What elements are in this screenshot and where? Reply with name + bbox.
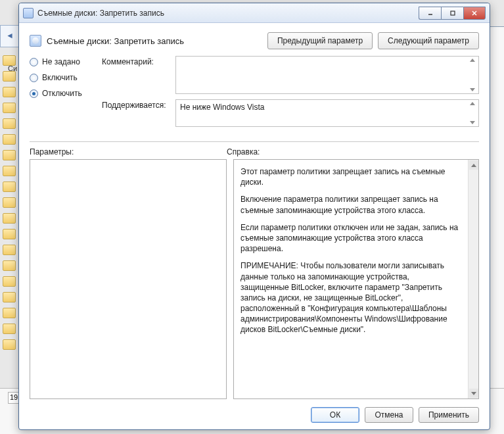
radio-label: Включить: [42, 73, 78, 82]
policy-dialog: Съемные диски: Запретить запись Съемные …: [18, 3, 490, 430]
title-icon: [23, 8, 34, 18]
cancel-button[interactable]: Отмена: [365, 407, 413, 423]
help-text: Этот параметр политики запрещает запись …: [234, 160, 468, 398]
scroll-up-icon[interactable]: [469, 160, 478, 170]
supported-value: Не ниже Windows Vista: [176, 100, 478, 114]
radio-disabled[interactable]: Отключить: [30, 89, 102, 98]
previous-setting-button[interactable]: Предыдущий параметр: [267, 32, 373, 49]
apply-button[interactable]: Применить: [419, 407, 479, 423]
help-paragraph: Включение параметра политики запрещает з…: [241, 194, 459, 215]
policy-title: Съемные диски: Запретить запись: [47, 36, 262, 46]
help-paragraph: Если параметр политики отключен или не з…: [241, 222, 459, 254]
comment-label: Комментарий:: [102, 56, 175, 66]
close-button[interactable]: [463, 7, 486, 20]
scroll-down-icon[interactable]: [469, 389, 478, 398]
next-setting-button[interactable]: Следующий параметр: [378, 32, 479, 49]
minimize-button[interactable]: [419, 7, 441, 20]
parameters-panel: [30, 159, 227, 399]
radio-label: Не задано: [42, 57, 80, 66]
svg-rect-1: [451, 11, 455, 15]
maximize-button[interactable]: [441, 7, 463, 20]
supported-label: Поддерживается:: [102, 99, 175, 110]
radio-not-configured[interactable]: Не задано: [30, 57, 102, 66]
window-title: Съемные диски: Запретить запись: [37, 9, 164, 18]
supported-box: Не ниже Windows Vista: [175, 99, 479, 127]
ok-button[interactable]: ОК: [311, 407, 359, 423]
help-scrollbar[interactable]: [468, 160, 478, 398]
policy-icon: [30, 35, 41, 47]
radio-icon: [30, 74, 38, 82]
radio-enabled[interactable]: Включить: [30, 73, 102, 82]
help-paragraph: Этот параметр политики запрещает запись …: [241, 166, 459, 187]
radio-icon: [30, 89, 38, 98]
help-paragraph: ПРИМЕЧАНИЕ: Чтобы пользователи могли зап…: [241, 260, 459, 335]
radio-label: Отключить: [42, 89, 82, 98]
radio-icon: [30, 58, 38, 66]
comment-value: [176, 57, 478, 62]
params-panel-label: Параметры:: [30, 147, 227, 157]
help-panel-label: Справка:: [227, 147, 260, 157]
titlebar: Съемные диски: Запретить запись: [19, 3, 490, 23]
help-panel: Этот параметр политики запрещает запись …: [233, 159, 479, 399]
comment-textarea[interactable]: [175, 56, 479, 94]
